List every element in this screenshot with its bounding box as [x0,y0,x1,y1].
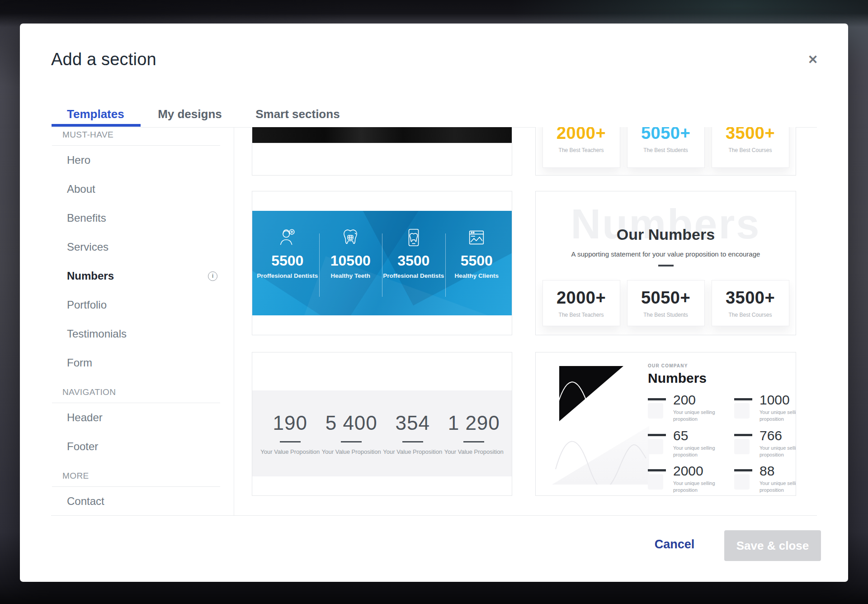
dental-stat: 10500 Healthy Teeth [319,227,382,315]
stat-label: Healthy Teeth [319,272,382,279]
stat-label: The Best Teachers [559,147,604,153]
stat-label: Your unique selling proposition [673,409,724,423]
stat-label: Your unique selling proposition [760,445,796,458]
template-card-dental-numbers[interactable]: 5500 Proffesional Dentists 10500 Healthy… [252,191,512,335]
template-card-photo-numbers[interactable] [252,127,512,176]
stat-value: 3500 [382,252,445,269]
stat-value: 88 [760,463,774,479]
template-card-minimal-numbers[interactable]: 190 Your Value Proposition 5 400 Your Va… [252,352,512,496]
stat-grid: 200 Your unique selling proposition 1000… [648,392,788,494]
sidebar-item-numbers[interactable]: Numbers i [51,262,234,290]
divider [341,441,362,442]
stat-value: 1000 [760,392,790,408]
stat-label: Healthy Clients [445,272,509,279]
stat-value: 10500 [319,252,382,269]
stat-tiles: 2000+ The Best Teachers 5050+ The Best S… [536,127,796,168]
dark-stat: 200 Your unique selling proposition [648,392,718,423]
sidebar-item-label: Numbers [67,270,114,282]
sidebar-item-footer[interactable]: Footer [51,432,234,461]
stat-label: Your Value Proposition [259,448,321,455]
template-card-our-numbers[interactable]: Numbers Our Numbers A supporting stateme… [535,191,796,335]
stat-value: 2000 [673,463,703,479]
stat-label: Your unique selling proposition [673,445,724,458]
stat-value: 190 [259,412,321,434]
xray-photo-icon [466,227,487,248]
stat-tile: 3500+ The Best Courses [712,280,789,326]
tab-smart-sections[interactable]: Smart sections [255,102,340,127]
dark-stat: 65 Your unique selling proposition [648,428,718,458]
sidebar-item-contact[interactable]: Contact [51,487,234,516]
template-card-dark-numbers[interactable]: OUR COMPANY Numbers 200 Your unique sell… [535,352,796,496]
template-card-colored-tiles[interactable]: 2000+ The Best Teachers 5050+ The Best S… [535,127,796,176]
dark-stat: 1000 Your unique selling proposition [734,392,796,423]
dentist-icon [277,227,298,248]
stat-value: 354 [382,412,443,434]
tab-bar: Templates My designs Smart sections [51,102,817,128]
close-icon[interactable]: ✕ [803,50,823,70]
minimal-stat: 354 Your Value Proposition [382,412,443,455]
divider [51,515,817,516]
tab-templates[interactable]: Templates [67,102,124,127]
sidebar-item-testimonials[interactable]: Testimonials [51,319,234,348]
stat-tile: 2000+ The Best Teachers [542,280,620,326]
cancel-button[interactable]: Cancel [634,537,715,552]
stat-label: The Best Students [643,312,688,318]
sidebar-item-services[interactable]: Services [51,233,234,262]
template-photo-strip [252,127,512,143]
wave-lines [552,366,649,485]
stat-value: 2000+ [557,127,606,143]
stat-label: The Best Courses [728,147,772,153]
divider [402,441,423,442]
stat-label: Your unique selling proposition [760,480,796,494]
divider [658,265,674,266]
stat-tiles: 2000+ The Best Teachers 5050+ The Best S… [536,280,796,326]
sidebar-group-must-have: MUST-HAVE [62,130,234,140]
stat-band: 190 Your Value Proposition 5 400 Your Va… [252,390,512,476]
template-title: Numbers [648,371,788,386]
divider [280,441,301,442]
stat-label: Proffesional Dentists [382,272,445,279]
stat-tile: 3500+ The Best Courses [712,127,789,168]
template-title: Our Numbers [536,226,796,243]
info-icon[interactable]: i [208,271,217,281]
dental-stat: 5500 Proffesional Dentists [256,227,319,315]
save-and-close-button[interactable]: Save & close [724,530,821,561]
stat-tile: 5050+ The Best Students [627,127,705,168]
sidebar-item-portfolio[interactable]: Portfolio [51,290,234,319]
sidebar-item-header[interactable]: Header [51,403,234,432]
stat-tile: 2000+ The Best Teachers [542,127,620,168]
stat-value: 65 [673,428,688,443]
minimal-stat: 1 290 Your Value Proposition [443,412,505,455]
divider [234,127,234,515]
template-subtitle: A supporting statement for your value pr… [536,250,796,258]
stat-value: 3500+ [726,127,775,143]
sidebar-group-navigation: NAVIGATION [62,387,234,397]
stat-tile: 5050+ The Best Students [627,280,705,326]
sidebar-group-more: MORE [62,471,234,481]
stat-label: Your unique selling proposition [760,409,796,423]
stat-label: The Best Students [643,147,688,153]
stat-value: 1 290 [443,412,505,434]
dark-stat: 88 Your unique selling proposition [734,463,796,494]
dark-stat: 2000 Your unique selling proposition [648,463,718,494]
stat-value: 5500 [256,252,319,269]
tab-my-designs[interactable]: My designs [158,102,222,127]
minimal-stat: 5 400 Your Value Proposition [321,412,382,455]
sidebar-item-form[interactable]: Form [51,348,234,377]
sidebar-item-hero[interactable]: Hero [51,146,234,175]
stat-value: 3500+ [726,288,775,308]
add-section-dialog: Add a section ✕ Templates My designs Sma… [20,24,848,582]
stat-label: Your unique selling proposition [673,480,724,494]
sidebar-item-benefits[interactable]: Benefits [51,204,234,233]
stat-value: 5050+ [641,288,690,308]
divider [463,441,484,442]
tooth-icon [340,227,361,248]
tablet-tooth-icon [403,227,424,248]
stat-value: 766 [760,428,782,443]
dark-stat: 766 Your unique selling proposition [734,428,796,458]
minimal-stat: 190 Your Value Proposition [259,412,321,455]
dialog-title: Add a section [51,50,156,69]
sidebar-item-about[interactable]: About [51,175,234,204]
stat-label: Proffesional Dentists [256,272,319,279]
company-label: OUR COMPANY [648,363,788,368]
